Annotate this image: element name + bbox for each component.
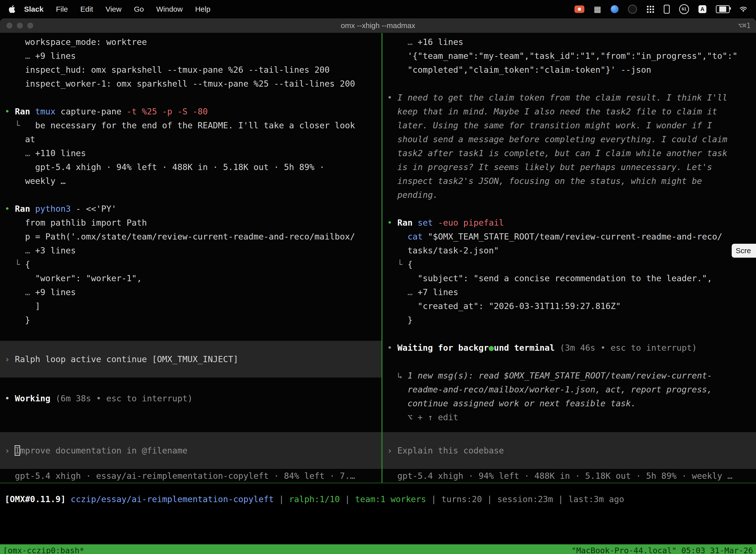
app-icon-blue[interactable]	[611, 5, 619, 13]
terminal-line: … +7 lines	[382, 285, 756, 299]
terminal-line: from pathlib import Path	[0, 216, 381, 230]
terminal-line: "worker": "worker-1",	[0, 271, 381, 285]
zoom-button[interactable]	[27, 22, 33, 29]
terminal-line: is in progress? It seems likely but perh…	[382, 160, 756, 174]
omx-session-status-area: [OMX#0.11.9] cczip/essay/ai-reimplementa…	[0, 483, 756, 544]
terminal-line	[0, 378, 381, 391]
terminal-line: └ {	[382, 258, 756, 271]
terminal-line	[382, 202, 756, 216]
terminal-line: at	[0, 132, 381, 146]
omx-status-line: [OMX#0.11.9] cczip/essay/ai-reimplementa…	[0, 492, 756, 506]
ran-python-line: • Ran python3 - <<'PY'	[0, 202, 381, 216]
terminal-line: "subject": "send a concise recommendatio…	[382, 271, 756, 285]
menu-item-edit[interactable]: Edit	[74, 5, 100, 13]
app-icon-dark[interactable]	[628, 5, 637, 14]
terminal-line: task2 after task1 is complete, but can I…	[382, 146, 756, 160]
prompt-input-row[interactable]: › Improve documentation in @filename	[0, 432, 381, 469]
macos-menu-bar: Slack FileEditViewGoWindowHelp ▦ 61 A	[0, 0, 756, 18]
terminal-line: "completed","claim_token":"claim-token"}…	[382, 63, 756, 77]
ralph-loop-row[interactable]: › Ralph loop active continue [OMX_TMUX_I…	[0, 341, 381, 378]
terminal-line: keep that in mind. Maybe I also need the…	[382, 105, 756, 118]
badge-61-icon[interactable]: 61	[679, 4, 689, 14]
dots-grid-icon[interactable]	[646, 5, 654, 13]
traffic-lights	[0, 22, 33, 29]
right-pane-transcript: … +16 lines '{"team_name":"my-team","tas…	[382, 35, 756, 424]
screen: { "theme": { "accent_blue": "#7aa2f7", "…	[0, 0, 756, 554]
menu-item-window[interactable]: Window	[150, 5, 189, 13]
screen-recording-indicator[interactable]	[574, 5, 584, 13]
terminal-line	[0, 327, 381, 341]
left-pane-transcript: workspace_mode: worktree … +9 lines insp…	[0, 35, 381, 405]
terminal-line: should send a message before completing …	[382, 132, 756, 146]
thinking-line: • I need to get the claim token from the…	[382, 91, 756, 105]
terminal-line: ⌥ + ↑ edit	[382, 410, 756, 424]
menu-item-help[interactable]: Help	[189, 5, 217, 13]
right-pane-spacer	[382, 424, 756, 432]
grid-icon[interactable]: ▦	[594, 5, 601, 13]
battery-icon[interactable]	[716, 5, 730, 13]
menu-item-view[interactable]: View	[99, 5, 127, 13]
right-terminal-pane[interactable]: … +16 lines '{"team_name":"my-team","tas…	[382, 33, 756, 483]
dots-icon	[647, 6, 649, 7]
right-pane-footer: › Explain this codebase gpt-5.4 xhigh · …	[382, 432, 756, 483]
terminal-line: cat "$OMX_TEAM_STATE_ROOT/team/review-cu…	[382, 230, 756, 243]
terminal-line: later. Using the same for transition mig…	[382, 118, 756, 132]
terminal-line: └ be necessary for the end of the README…	[0, 118, 381, 132]
working-status-line: • Working (6m 38s • esc to interrupt)	[0, 391, 381, 405]
terminal-line: "created_at": "2026-03-31T11:59:27.816Z"	[382, 299, 756, 313]
active-app-menu[interactable]: Slack	[18, 5, 50, 13]
tmux-status-bar: [omx-cczip0:bash* "MacBook-Pro-44.local"…	[0, 544, 756, 554]
waiting-status-line: • Waiting for backgr●und terminal (3m 46…	[382, 341, 756, 355]
terminal-line	[0, 91, 381, 105]
terminal-line: weekly …	[0, 174, 381, 188]
terminal-line: … +16 lines	[382, 35, 756, 49]
left-pane-spacer	[0, 405, 381, 432]
terminal-line	[382, 355, 756, 369]
terminal-line: pending.	[382, 188, 756, 202]
terminal-line: └ {	[0, 258, 381, 271]
battery-fill	[719, 6, 727, 12]
ran-tmux-capture-line: • Ran tmux capture-pane -t %25 -p -S -80	[0, 105, 381, 118]
terminal-line: continue assigned work or next feasible …	[382, 396, 756, 410]
terminal-line: }	[382, 313, 756, 327]
minimize-button[interactable]	[17, 22, 23, 29]
pane-status-line: gpt-5.4 xhigh · 94% left · 488K in · 5.1…	[382, 469, 756, 483]
terminal-line: '{"team_name":"my-team","task_id":"1","f…	[382, 49, 756, 63]
terminal-line	[382, 77, 756, 91]
terminal-line: … +9 lines	[0, 49, 381, 63]
window-title: omx --xhigh --madmax	[0, 21, 756, 30]
wifi-icon[interactable]	[739, 6, 748, 12]
menu-item-file[interactable]: File	[50, 5, 74, 13]
window-shortcut-label: ⌥⌘1	[738, 21, 756, 30]
terminal-line: … +9 lines	[0, 285, 381, 299]
omx-status: [OMX#0.11.9] cczip/essay/ai-reimplementa…	[0, 492, 756, 506]
terminal-line	[0, 188, 381, 202]
left-terminal-pane[interactable]: workspace_mode: worktree … +9 lines insp…	[0, 33, 381, 483]
terminal-line	[382, 327, 756, 341]
apple-menu-icon[interactable]	[8, 5, 15, 13]
prompt-suggestion-row[interactable]: › Explain this codebase	[382, 432, 756, 469]
terminal-line: }	[0, 313, 381, 327]
terminal-line: gpt-5.4 xhigh · 94% left · 488K in · 5.1…	[0, 160, 381, 174]
close-button[interactable]	[6, 22, 12, 29]
menu-item-go[interactable]: Go	[128, 5, 150, 13]
terminal-line: inspect_worker-1: omx sparkshell --tmux-…	[0, 77, 381, 91]
terminal-line: workspace_mode: worktree	[0, 35, 381, 49]
terminal-line: … +110 lines	[0, 146, 381, 160]
mailbox-message-line: ↳ 1 new msg(s): read $OMX_TEAM_STATE_ROO…	[382, 369, 756, 383]
menu-items: FileEditViewGoWindowHelp	[50, 5, 216, 13]
terminal-line: … +3 lines	[0, 243, 381, 258]
screen-share-tooltip: Scre	[732, 244, 756, 258]
terminal-line: p = Path('.omx/state/team/review-current…	[0, 230, 381, 243]
pane-status-line: gpt-5.4 xhigh · essay/ai-reimplementatio…	[0, 469, 381, 483]
tmux-host-time-label: "MacBook-Pro-44.local" 05:03 31-Mar-26	[571, 546, 753, 554]
terminal-line: inspect task2's JSON, focusing on the st…	[382, 174, 756, 188]
device-icon[interactable]	[664, 5, 670, 14]
terminal-line: inspect_hud: omx sparkshell --tmux-pane …	[0, 63, 381, 77]
terminal-area: workspace_mode: worktree … +9 lines insp…	[0, 33, 756, 483]
tmux-session-window-label[interactable]: [omx-cczip0:bash*	[3, 546, 84, 554]
terminal-line: tasks/task-2.json"	[382, 243, 756, 258]
input-source-icon[interactable]: A	[698, 5, 706, 13]
terminal-line: readme-and-reco/mailbox/worker-1.json, a…	[382, 383, 756, 396]
battery-tip	[730, 7, 731, 10]
